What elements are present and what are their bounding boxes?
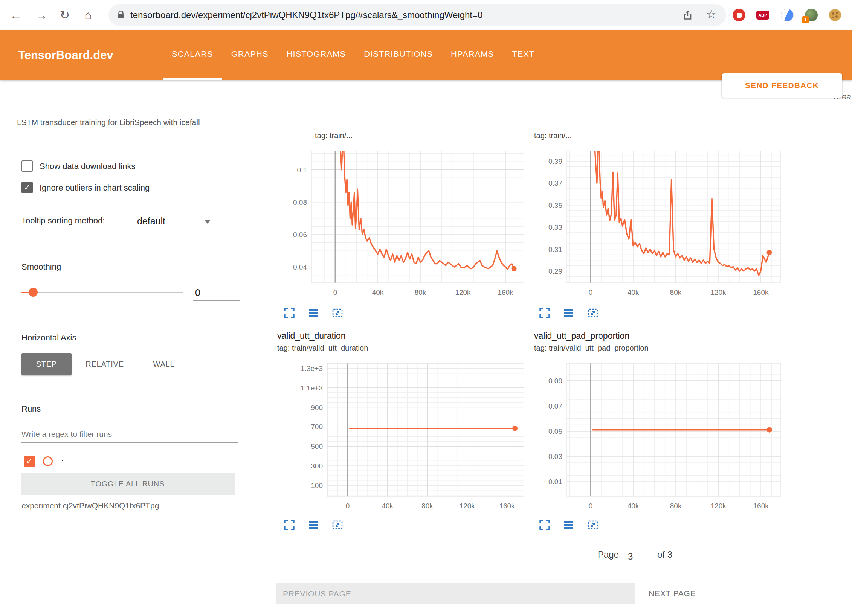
svg-text:0.09: 0.09 (548, 377, 562, 385)
adblocker-extension-icon[interactable] (733, 9, 745, 21)
line-chart[interactable]: 040k80k120k160k0.040.060.080.1 (276, 151, 524, 300)
screen: ← → ↻ ⌂ tensorboard.dev/experiment/cj2vt… (0, 0, 852, 616)
svg-text:0: 0 (589, 502, 593, 510)
app-brand[interactable]: TensorBoard.dev (18, 30, 113, 80)
forward-icon[interactable]: → (32, 0, 51, 30)
tab-hparams[interactable]: HPARAMS (442, 30, 503, 80)
svg-text:0: 0 (346, 502, 350, 510)
lock-icon (116, 10, 126, 21)
svg-text:0: 0 (333, 288, 337, 296)
previous-page-button[interactable]: PREVIOUS PAGE (276, 583, 635, 604)
next-page-button[interactable]: NEXT PAGE (646, 586, 698, 601)
expand-chart-icon[interactable] (539, 519, 550, 531)
url-text[interactable]: tensorboard.dev/experiment/cj2vtPiwQHKN9… (130, 4, 482, 26)
show-download-links-label: Show data download links (40, 161, 135, 172)
chevron-down-icon (204, 220, 211, 224)
svg-text:160k: 160k (753, 502, 769, 510)
tab-graphs[interactable]: GRAPHS (222, 30, 278, 80)
reload-icon[interactable]: ↻ (55, 0, 75, 30)
svg-text:160k: 160k (753, 288, 769, 296)
svg-text:120k: 120k (711, 502, 727, 510)
chart-title: valid_utt_pad_proportion (534, 331, 629, 341)
run-color-swatch[interactable] (43, 456, 53, 466)
svg-text:80k: 80k (415, 288, 426, 296)
svg-text:0.06: 0.06 (293, 231, 307, 239)
runs-filter-input[interactable] (21, 426, 238, 443)
home-icon[interactable]: ⌂ (78, 0, 98, 30)
svg-text:120k: 120k (710, 288, 726, 296)
relative-axis-button[interactable]: RELATIVE (77, 353, 132, 375)
divider (0, 316, 261, 316)
address-bar[interactable]: tensorboard.dev/experiment/cj2vtPiwQHKN9… (108, 4, 726, 26)
chart-toolbar (284, 307, 343, 319)
tab-text[interactable]: TEXT (503, 30, 544, 80)
svg-text:0.04: 0.04 (293, 263, 307, 271)
chart-tag: tag: train/valid_utt_pad_proportion (534, 344, 649, 352)
adblocker-glyph (737, 13, 742, 18)
page-of-label: of 3 (657, 549, 672, 560)
expand-chart-icon[interactable] (284, 519, 295, 531)
runs-label: Runs (21, 404, 41, 414)
tooltip-sorting-dropdown[interactable]: default (137, 213, 217, 232)
tab-scalars[interactable]: SCALARS (163, 30, 222, 80)
svg-text:0: 0 (589, 288, 593, 296)
smoothing-slider-thumb[interactable] (29, 288, 38, 297)
svg-text:40k: 40k (628, 502, 639, 510)
svg-text:900: 900 (311, 404, 323, 412)
svg-text:0.03: 0.03 (548, 453, 562, 460)
experiment-id-label: experiment cj2vtPiwQHKN9Q1tx6PTpg (21, 501, 159, 510)
share-icon[interactable] (683, 10, 693, 22)
runs-selector-icon[interactable] (563, 307, 574, 319)
experiment-title: LSTM transducer training for LibriSpeech… (17, 118, 200, 127)
svg-text:0.05: 0.05 (548, 427, 562, 435)
show-download-links-checkbox[interactable] (21, 160, 33, 172)
page-label: Page (598, 549, 619, 560)
svg-text:100: 100 (311, 482, 323, 489)
svg-text:1.3e+3: 1.3e+3 (301, 364, 323, 372)
svg-text:80k: 80k (421, 502, 433, 510)
chart-tag: tag: train/valid_utt_duration (277, 344, 368, 352)
svg-text:40k: 40k (382, 502, 393, 510)
ignore-outliers-label: Ignore outliers in chart scaling (40, 182, 150, 194)
svg-text:0.35: 0.35 (548, 201, 562, 209)
svg-text:0.01: 0.01 (548, 478, 562, 486)
browser-chrome: ← → ↻ ⌂ tensorboard.dev/experiment/cj2vt… (0, 0, 852, 30)
svg-text:80k: 80k (670, 502, 682, 510)
runs-selector-icon[interactable] (308, 307, 319, 319)
fit-domain-icon[interactable] (587, 519, 599, 531)
run-checkbox[interactable] (24, 456, 35, 467)
fit-domain-icon[interactable] (332, 519, 343, 531)
send-feedback-button[interactable]: SEND FEEDBACK (722, 73, 842, 98)
runs-selector-icon[interactable] (563, 519, 574, 531)
ignore-outliers-checkbox[interactable] (21, 182, 33, 193)
avatar[interactable]: 1 (805, 9, 818, 21)
tab-distributions[interactable]: DISTRIBUTIONS (355, 30, 442, 80)
smoothing-slider[interactable] (21, 292, 183, 293)
smoothing-value-input[interactable] (193, 285, 240, 301)
fit-domain-icon[interactable] (587, 307, 599, 319)
svg-text:0.08: 0.08 (293, 198, 307, 206)
wall-axis-button[interactable]: WALL (143, 353, 185, 375)
line-chart[interactable]: 040k80k120k160k1003005007009001.1e+31.3e… (292, 363, 524, 513)
svg-text:0.37: 0.37 (548, 179, 562, 187)
abp-extension-icon[interactable]: ABP (756, 11, 769, 20)
svg-text:120k: 120k (455, 288, 471, 296)
tab-histograms[interactable]: HISTOGRAMS (278, 30, 355, 80)
line-chart[interactable]: 040k80k120k160k0.290.310.330.350.370.39 (531, 151, 781, 300)
chart-toolbar (539, 519, 599, 531)
expand-chart-icon[interactable] (284, 307, 295, 319)
toggle-all-runs-button[interactable]: TOGGLE ALL RUNS (21, 473, 235, 495)
line-chart[interactable]: 040k80k120k160k0.010.030.050.070.09 (531, 363, 781, 513)
runs-selector-icon[interactable] (308, 519, 319, 531)
svg-text:40k: 40k (628, 288, 639, 296)
bookmark-star-icon[interactable]: ☆ (706, 8, 716, 21)
fit-domain-icon[interactable] (332, 307, 343, 319)
expand-chart-icon[interactable] (539, 307, 550, 319)
back-icon[interactable]: ← (6, 0, 26, 30)
svg-text:40k: 40k (372, 288, 384, 296)
cookie-extension-icon[interactable] (829, 9, 841, 21)
blue-extension-icon[interactable] (781, 9, 794, 21)
step-axis-button[interactable]: STEP (21, 353, 72, 375)
svg-text:700: 700 (311, 423, 323, 431)
page-number-input[interactable] (625, 550, 655, 563)
